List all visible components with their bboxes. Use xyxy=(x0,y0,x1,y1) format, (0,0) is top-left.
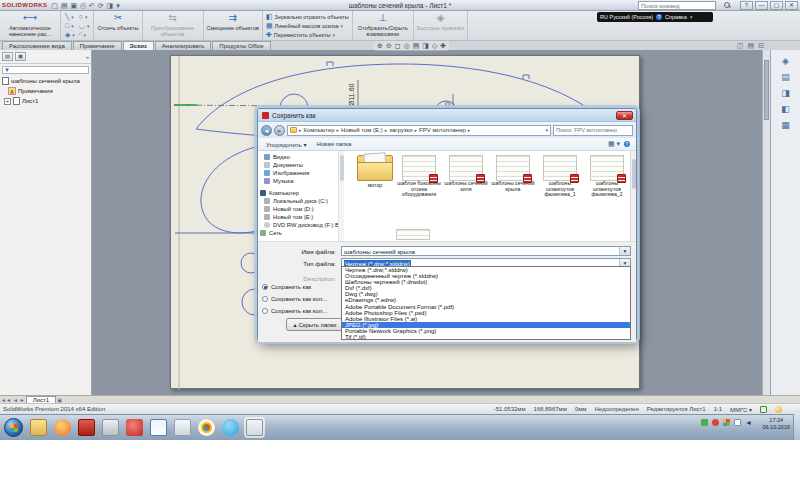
breadcrumb[interactable]: ▸ Компьютер ▸ Новый том (E:) ▸ загрузки … xyxy=(287,125,551,136)
new-document-icon[interactable]: ▢ xyxy=(51,1,58,10)
rebuild-icon[interactable]: ⟳ xyxy=(98,1,104,10)
section-view-icon[interactable]: ◎ xyxy=(404,42,410,50)
sidebar-item-computer[interactable]: Компьютер xyxy=(258,189,343,197)
tab-annotation[interactable]: Примечание xyxy=(73,41,122,50)
collapse-tree-icon[interactable]: » xyxy=(86,54,89,60)
property-tab-icon[interactable]: ▣ xyxy=(15,52,26,61)
status-help-sphere-icon[interactable] xyxy=(775,406,782,413)
status-units[interactable]: ММГС ▾ xyxy=(730,406,752,413)
trim-entities-button[interactable]: ✂ Отсечь объекты xyxy=(94,11,142,40)
command-search-input[interactable] xyxy=(638,1,716,10)
display-relations-button[interactable]: ⊥ Отобразить/Скрыть взаимосвязи xyxy=(353,11,414,40)
view-orientation-icon[interactable]: ▤ xyxy=(413,42,420,50)
open-icon[interactable]: ▤ xyxy=(61,1,68,10)
save-copy-radio-2[interactable]: Сохранить как коп... xyxy=(262,308,327,314)
expand-icon[interactable]: + xyxy=(4,98,11,105)
feature-tree-tab-icon[interactable]: ▤ xyxy=(2,52,13,61)
tree-filter-box[interactable]: ▼ xyxy=(2,66,89,74)
tab-view-layout[interactable]: Расположение вида xyxy=(2,41,72,50)
smart-dimension-button[interactable]: ⟷ Автоматическое нанесение рас... xyxy=(0,11,61,40)
sidebar-item-disk-d[interactable]: Новый том (D:) xyxy=(258,205,343,213)
file-item-2[interactable]: шаблоны сечений киля xyxy=(443,155,489,192)
save-icon[interactable]: ▣ xyxy=(71,1,78,10)
file-item-motor-folder[interactable]: мотор xyxy=(352,153,398,189)
dialog-help-icon[interactable]: ? xyxy=(624,141,630,147)
sidebar-scrollbar[interactable] xyxy=(338,151,344,241)
tree-annotations-item[interactable]: A Примечания xyxy=(0,86,91,96)
move-entities-dropdown-icon[interactable]: ▾ xyxy=(333,32,336,38)
appearance-icon[interactable]: ✚ xyxy=(440,42,446,50)
organize-button[interactable]: Упорядочить ▾ xyxy=(266,141,306,148)
spline-tool-icon[interactable]: ◜ ▾ xyxy=(79,31,90,39)
tree-sheet1-item[interactable]: + Лист1 xyxy=(0,96,91,106)
sheet-scroll-prev-icon[interactable]: ◄ xyxy=(13,397,18,403)
linear-pattern-button[interactable]: ▦ Линейный массив эскиза ▾ xyxy=(266,22,349,30)
polygon-tool-icon[interactable]: ◈ ▾ xyxy=(65,31,75,39)
sidebar-item-disk-c[interactable]: Локальный диск (C:) xyxy=(258,197,343,205)
taskbar-solidworks-rx-icon[interactable] xyxy=(78,419,95,436)
sheet-scroll-first-icon[interactable]: ◄◄ xyxy=(1,397,11,403)
sheet-scroll-next-icon[interactable]: ► xyxy=(20,397,25,403)
search-magnifier-icon[interactable] xyxy=(724,2,730,9)
mirror-entities-button[interactable]: ◧ Зеркально отразить объекты xyxy=(266,13,349,21)
rectangle-tool-icon[interactable]: □ ▾ xyxy=(65,22,75,30)
dialog-search-input[interactable] xyxy=(553,125,633,136)
file-item-3[interactable]: шаблоны сечений крыла xyxy=(490,155,536,192)
hide-show-icon[interactable]: ◇ xyxy=(432,42,437,50)
forward-button[interactable]: ► xyxy=(274,125,285,136)
tray-volume-icon[interactable]: ◄ xyxy=(745,419,752,426)
taskbar-save-tool-icon[interactable] xyxy=(150,419,167,436)
design-library-icon[interactable]: ▤ xyxy=(781,72,790,82)
taskbar-clock[interactable]: 17:24 06.10.2016 xyxy=(762,417,790,430)
resources-icon[interactable]: ◈ xyxy=(782,56,789,66)
sidebar-item-video[interactable]: Видео xyxy=(258,153,343,161)
language-indicator[interactable]: RU Русский (Россия) xyxy=(600,14,653,20)
file-item-5[interactable]: шаблоны шпангоутов фюзеляжа_2 xyxy=(584,155,630,198)
dialog-close-button[interactable]: ✕ xyxy=(616,111,633,120)
arc-tool-icon[interactable]: ◡ ▾ xyxy=(79,22,90,30)
custom-properties-icon[interactable]: ▦ xyxy=(781,120,790,130)
convert-entities-button[interactable]: ⇆ Преобразование объектов xyxy=(143,11,204,40)
notch-1[interactable] xyxy=(327,62,333,66)
appearances-icon[interactable]: ◧ xyxy=(781,104,790,114)
tray-red-icon[interactable] xyxy=(712,419,719,426)
split-pane-icon[interactable]: ◫ xyxy=(737,42,744,50)
filename-combo[interactable]: шаблоны сечений крыла ▼ xyxy=(341,246,631,256)
show-desktop-button[interactable] xyxy=(793,414,800,440)
breadcrumb-computer[interactable]: Компьютер xyxy=(304,127,335,133)
taskbar-ccleaner-icon[interactable] xyxy=(126,419,143,436)
scrollbar-thumb[interactable] xyxy=(764,60,769,120)
tab-office-products[interactable]: Продукты Office xyxy=(212,41,270,50)
sidebar-item-disk-e[interactable]: Новый том (E:) xyxy=(258,213,343,221)
new-folder-button[interactable]: Новая папка xyxy=(316,141,351,147)
sidebar-item-network[interactable]: Сеть xyxy=(258,229,343,237)
langbar-help-label[interactable]: Справка xyxy=(665,14,687,20)
file-item-1[interactable]: шаблон боковины отсека оборудования xyxy=(396,155,442,198)
save-copy-radio-1[interactable]: Сохранить как коп... xyxy=(262,296,327,302)
maximize-button[interactable]: ▢ xyxy=(770,1,783,10)
print-icon[interactable]: ⎙ xyxy=(80,1,86,10)
taskbar-solidworks-active-icon[interactable] xyxy=(246,419,263,436)
breadcrumb-drive-e[interactable]: Новый том (E:) xyxy=(341,127,383,133)
previous-view-icon[interactable]: ◻ xyxy=(395,42,401,50)
tray-language-icon[interactable] xyxy=(734,419,741,426)
file-list-scrollbar[interactable] xyxy=(630,151,636,241)
start-button[interactable] xyxy=(4,418,23,437)
tray-shield-icon[interactable] xyxy=(723,419,730,426)
dialog-title-bar[interactable]: Сохранить как xyxy=(258,109,636,122)
tray-green-icon[interactable] xyxy=(701,419,708,426)
zoom-fit-icon[interactable]: ⊕ xyxy=(377,42,383,50)
linear-pattern-dropdown-icon[interactable]: ▾ xyxy=(341,23,344,29)
breadcrumb-downloads[interactable]: загрузки xyxy=(389,127,412,133)
line-tool-icon[interactable]: ╲ ▾ xyxy=(65,13,75,21)
taskbar-skype-icon[interactable] xyxy=(222,419,239,436)
tab-evaluate[interactable]: Анализировать xyxy=(155,41,211,50)
breadcrumb-fpv-folder[interactable]: FPV мотопланер xyxy=(419,127,466,133)
file-item-partial[interactable] xyxy=(390,229,436,240)
quick-snaps-button[interactable]: ◈ Быстрые привязки xyxy=(414,11,468,40)
undo-icon[interactable]: ↶ xyxy=(89,1,95,10)
taskbar-image-viewer-icon[interactable] xyxy=(174,419,191,436)
save-as-radio[interactable]: Сохранить как xyxy=(262,284,311,290)
taskbar-media-player-icon[interactable] xyxy=(54,419,71,436)
sidebar-item-documents[interactable]: Документы xyxy=(258,161,343,169)
